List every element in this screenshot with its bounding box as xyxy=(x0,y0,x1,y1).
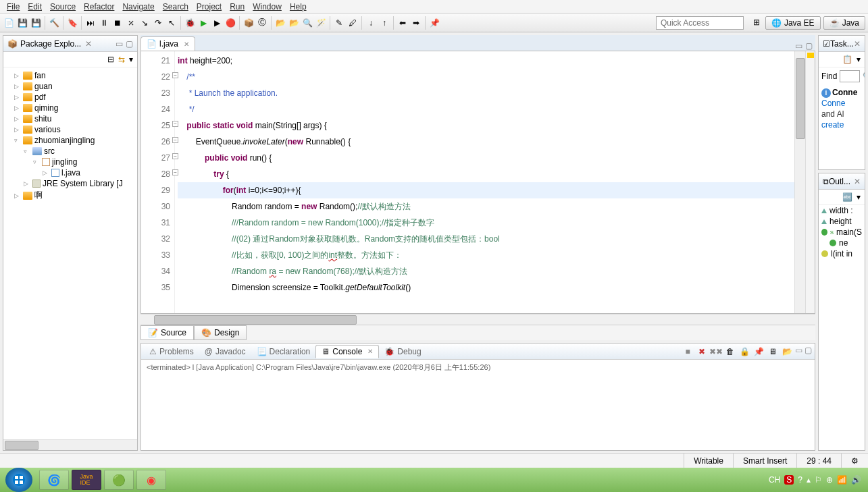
menu-search[interactable]: Search xyxy=(163,2,188,11)
maximize-icon[interactable]: ▢ xyxy=(805,41,813,51)
code-content[interactable]: int height=200; /** * Launch the applica… xyxy=(175,51,805,313)
run-ext-icon[interactable]: ▶ xyxy=(211,17,223,29)
tray-volume-icon[interactable]: 🔊 xyxy=(851,475,861,485)
tree-item[interactable]: ▷fan xyxy=(5,70,136,81)
connect-link[interactable]: and Al xyxy=(821,109,862,119)
step-over-icon[interactable]: ↷ xyxy=(152,17,164,29)
minimize-icon[interactable]: ▭ xyxy=(795,41,802,51)
outline-item[interactable]: l(int in xyxy=(819,248,865,259)
tray-flag-icon[interactable]: ⚐ xyxy=(815,475,822,485)
tree-item[interactable]: ▷啊 xyxy=(5,189,136,202)
tray-net-icon[interactable]: ▴ xyxy=(807,475,811,485)
code-editor[interactable]: 2122−232425−26−27−28−29303132333435 int … xyxy=(141,51,815,314)
toggle-mark-icon[interactable]: ✎ xyxy=(333,17,345,29)
new-class-icon[interactable]: Ⓒ xyxy=(256,17,268,29)
menu-edit[interactable]: Edit xyxy=(28,2,42,11)
tab-debug[interactable]: 🐞Debug xyxy=(379,346,426,358)
new-task-icon[interactable]: 📋 xyxy=(842,55,852,64)
tab-problems[interactable]: ⚠Problems xyxy=(144,346,199,358)
minimize-icon[interactable]: ▭ xyxy=(116,39,123,49)
system-tray[interactable]: CH S ? ▴ ⚐ ⊕ 📶 🔊 xyxy=(762,475,868,485)
stop-icon[interactable]: ⏹ xyxy=(111,17,124,29)
package-tree[interactable]: ▷fan▷guan▷pdf▷qiming▷shitu▷various▿zhuom… xyxy=(3,67,137,439)
sort-icon[interactable]: 🔤 xyxy=(842,192,852,202)
open-type-icon[interactable]: 📂 xyxy=(274,17,286,29)
search-icon[interactable]: 🔍 xyxy=(863,72,865,81)
connect-link[interactable]: Conne xyxy=(821,98,862,109)
tree-item[interactable]: ▷shitu xyxy=(5,113,136,124)
next-annotation-icon[interactable]: ↓ xyxy=(365,17,377,29)
bookmark-icon[interactable]: 🔖 xyxy=(66,17,78,29)
tray-shield-icon[interactable]: ⊕ xyxy=(826,475,833,485)
tree-item[interactable]: ▷l.java xyxy=(5,167,136,178)
save-icon[interactable]: 💾 xyxy=(16,17,28,29)
tray-help-icon[interactable]: ? xyxy=(798,475,802,485)
tree-item[interactable]: ▿src xyxy=(5,146,136,157)
tree-item[interactable]: ▿jingling xyxy=(5,157,136,167)
start-button[interactable] xyxy=(5,468,32,492)
tree-item[interactable]: ▷qiming xyxy=(5,103,136,113)
source-tab[interactable]: 📝Source xyxy=(141,325,194,340)
wand-icon[interactable]: 🪄 xyxy=(315,17,327,29)
search-icon[interactable]: 🔍 xyxy=(301,17,313,29)
taskbar-app-eclipse[interactable]: JavaIDE xyxy=(72,470,101,490)
tray-network-icon[interactable]: 📶 xyxy=(837,475,847,485)
prev-annotation-icon[interactable]: ↑ xyxy=(378,17,390,29)
run-last-icon[interactable]: 🔴 xyxy=(224,17,236,29)
close-icon[interactable]: ✕ xyxy=(854,177,861,186)
quick-access-input[interactable] xyxy=(656,16,744,30)
run-icon[interactable]: ▶ xyxy=(197,17,209,29)
maximize-icon[interactable]: ▢ xyxy=(805,346,812,358)
maximize-icon[interactable]: ▢ xyxy=(126,39,133,49)
horizontal-scrollbar[interactable] xyxy=(3,439,137,450)
view-menu-icon[interactable]: ▾ xyxy=(857,192,861,202)
outline-item[interactable]: ne xyxy=(819,238,865,248)
tree-item[interactable]: ▿zhuomianjingling xyxy=(5,135,136,146)
pin-icon[interactable]: 📌 xyxy=(428,17,440,29)
vertical-scrollbar[interactable] xyxy=(794,51,805,313)
open-task-icon[interactable]: 📂 xyxy=(288,17,300,29)
tab-declaration[interactable]: 📃Declaration xyxy=(251,346,316,358)
scrollbar-thumb[interactable] xyxy=(796,58,805,139)
scroll-lock-icon[interactable]: 🔒 xyxy=(738,346,750,358)
perspective-java[interactable]: ☕Java xyxy=(823,16,865,30)
scrollbar-thumb[interactable] xyxy=(5,441,39,450)
refactor-icon[interactable]: 🖊 xyxy=(347,17,359,29)
tree-item[interactable]: ▷JRE System Library [J xyxy=(5,178,136,189)
open-perspective-icon[interactable]: ⊞ xyxy=(750,16,763,28)
menu-refactor[interactable]: Refactor xyxy=(84,2,114,11)
taskbar-app-browser[interactable]: 🌀 xyxy=(39,470,69,490)
scrollbar-thumb[interactable] xyxy=(154,315,357,325)
menu-navigate[interactable]: Navigate xyxy=(122,2,154,11)
open-console-icon[interactable]: 📂 xyxy=(781,346,793,358)
tree-item[interactable]: ▷guan xyxy=(5,81,136,92)
menu-window[interactable]: Window xyxy=(253,2,282,11)
new-package-icon[interactable]: 📦 xyxy=(242,17,255,29)
link-editor-icon[interactable]: ⇆ xyxy=(118,55,125,64)
remove-launch-icon[interactable]: ✖ xyxy=(696,346,708,358)
design-tab[interactable]: 🎨Design xyxy=(194,325,247,340)
menu-file[interactable]: File xyxy=(7,2,20,11)
minimize-icon[interactable]: ▭ xyxy=(795,346,802,358)
view-menu-icon[interactable]: ▾ xyxy=(857,55,861,64)
perspective-javaee[interactable]: 🌐Java EE xyxy=(765,16,821,30)
outline-item[interactable]: Smain(S xyxy=(819,227,865,238)
taskbar-app-capture[interactable]: ◉ xyxy=(136,470,166,490)
taskbar-app-browser2[interactable]: 🟢 xyxy=(104,470,134,490)
pause-icon[interactable]: ⏸ xyxy=(98,17,110,29)
clear-console-icon[interactable]: 🗑 xyxy=(724,346,736,358)
connect-link[interactable]: create xyxy=(821,119,862,130)
outline-item[interactable]: height xyxy=(819,216,865,227)
tray-icon[interactable]: S xyxy=(784,475,794,485)
step-return-icon[interactable]: ↖ xyxy=(165,17,178,29)
close-icon[interactable]: ✕ xyxy=(367,348,373,355)
debug-icon[interactable]: 🐞 xyxy=(184,17,196,29)
new-icon[interactable]: 📄 xyxy=(3,17,15,29)
remove-all-icon[interactable]: ✖✖ xyxy=(710,346,722,358)
menu-source[interactable]: Source xyxy=(50,2,76,11)
editor-tab-ljava[interactable]: 📄 l.java ✕ xyxy=(141,36,195,51)
disconnect-icon[interactable]: ⤫ xyxy=(125,17,137,29)
menu-help[interactable]: Help xyxy=(290,2,307,11)
pin-console-icon[interactable]: 📌 xyxy=(752,346,765,358)
tab-javadoc[interactable]: @Javadoc xyxy=(199,346,251,358)
